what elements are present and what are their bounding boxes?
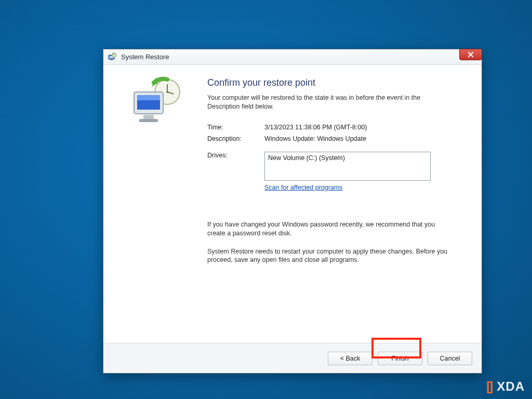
watermark-text: XDA — [497, 379, 525, 394]
svg-rect-2 — [110, 59, 113, 60]
close-button[interactable] — [459, 49, 482, 60]
time-value: 3/13/2023 11:38:06 PM (GMT-8:00) — [264, 124, 461, 131]
dialog-footer: < Back Finish Cancel — [103, 343, 482, 373]
window-title: System Restore — [121, 53, 169, 61]
drives-label: Drives: — [207, 152, 264, 159]
dialog-body: Confirm your restore point Your computer… — [103, 65, 482, 343]
dialog-sidebar — [103, 65, 207, 343]
drives-cell: New Volume (C:) (System) Scan for affect… — [264, 152, 461, 191]
lead-text: Your computer will be restored to the st… — [207, 94, 451, 111]
svg-rect-12 — [137, 95, 160, 100]
back-button[interactable]: < Back — [328, 352, 373, 365]
password-note: If you have changed your Windows passwor… — [207, 220, 451, 238]
details-grid: Time: 3/13/2023 11:38:06 PM (GMT-8:00) D… — [207, 124, 461, 142]
restart-note: System Restore needs to restart your com… — [207, 247, 451, 265]
cancel-button[interactable]: Cancel — [428, 352, 472, 365]
drives-row: Drives: New Volume (C:) (System) Scan fo… — [207, 152, 461, 191]
description-value: Windows Update: Windows Update — [264, 135, 461, 142]
svg-rect-14 — [139, 119, 158, 122]
drive-item: New Volume (C:) (System) — [268, 154, 345, 162]
dialog-content: Confirm your restore point Your computer… — [207, 65, 482, 343]
time-label: Time: — [207, 124, 264, 131]
description-label: Description: — [207, 135, 264, 142]
finish-button[interactable]: Finish — [378, 352, 422, 365]
scan-affected-programs-link[interactable]: Scan for affected programs — [264, 184, 343, 191]
system-restore-dialog: System Restore — [103, 49, 482, 374]
system-restore-artwork-icon — [127, 76, 184, 128]
svg-rect-13 — [143, 115, 154, 119]
page-heading: Confirm your restore point — [207, 77, 461, 88]
drives-list[interactable]: New Volume (C:) (System) — [264, 152, 431, 181]
bracket-icon: ] — [489, 379, 494, 394]
xda-watermark: [ ] XDA — [486, 379, 525, 394]
desktop-background: System Restore — [0, 0, 532, 399]
close-icon — [467, 51, 474, 58]
titlebar: System Restore — [103, 49, 482, 65]
system-restore-icon — [108, 52, 117, 62]
